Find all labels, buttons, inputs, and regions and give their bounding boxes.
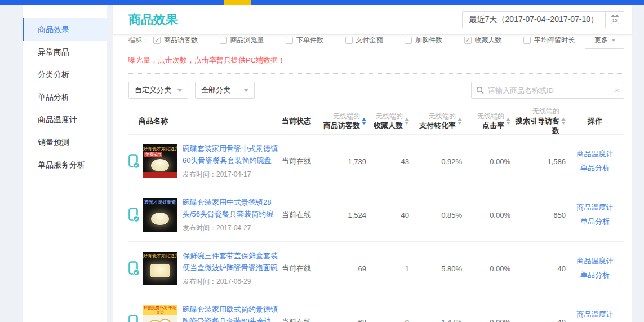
pay-conversion-value: 0.85%	[409, 211, 462, 219]
action-analysis-link[interactable]: 单品分析	[566, 268, 624, 283]
checkbox-icon	[345, 37, 353, 44]
status-text: 当前在线	[282, 210, 316, 220]
product-image[interactable]: 好骨瓷才如此透光 免费试用	[143, 144, 177, 178]
product-image[interactable]: 好骨瓷才如此透光	[143, 252, 177, 285]
mobile-check-icon	[128, 154, 140, 169]
chevron-down-icon	[611, 39, 616, 42]
sidebar-item-sales-forecast[interactable]: 销量预测	[23, 131, 107, 153]
sort-icon[interactable]	[458, 118, 462, 125]
sort-icon[interactable]	[362, 118, 366, 125]
click-rate-value: 0.00%	[462, 157, 510, 166]
column-subtitle: 无线端的	[477, 112, 504, 121]
metric-checkbox-order-items[interactable]: 下单件数	[286, 36, 323, 45]
calendar-day: 15	[611, 16, 619, 24]
column-header-visitors: 无线端的商品访客数	[316, 112, 366, 131]
table-row: 好骨瓷才如此透光 免费试用 碗碟套装家用骨瓷中式景德镇60头骨瓷餐具套装简约碗盘…	[128, 135, 624, 188]
column-subtitle: 无线端的	[429, 112, 456, 121]
metric-checkbox-product-visitors[interactable]: 商品访客数	[153, 36, 198, 45]
favorites-value: 0	[366, 318, 409, 322]
metric-checkbox-avg-stay-time[interactable]: 平均停留时长	[523, 36, 575, 45]
action-analysis-link[interactable]: 单品分析	[566, 161, 624, 175]
product-name-link[interactable]: 碗碟套装家用欧式简约景德镇陶瓷骨瓷餐具套装60头金边	[183, 304, 282, 322]
product-image[interactable]: 碎损免费补发 手绘金边	[143, 305, 177, 322]
column-header-click-rate: 无线端的点击率	[462, 112, 510, 131]
metric-checkbox-cart-adds[interactable]: 加购件数	[405, 36, 442, 45]
action-thermometer-link[interactable]: 商品温度计	[566, 254, 624, 268]
sort-icon[interactable]	[405, 118, 409, 125]
publish-date: 发布时间：2017-06-29	[183, 277, 282, 286]
metric-label: 收藏人数	[475, 36, 502, 45]
metric-label: 下单件数	[296, 36, 323, 45]
chevron-down-icon	[177, 89, 182, 92]
column-header-status: 当前状态	[282, 116, 316, 126]
metric-checkbox-product-views[interactable]: 商品浏览量	[220, 36, 264, 45]
action-thermometer-link[interactable]: 商品温度计	[566, 308, 624, 322]
table-header-row: 商品名称 当前状态 无线端的商品访客数 无线端的收藏人数 无	[128, 108, 624, 135]
favorites-value: 43	[366, 157, 409, 166]
action-thermometer-link[interactable]: 商品温度计	[566, 147, 624, 161]
column-title: 商品访客数	[323, 121, 360, 131]
sidebar-item-single-item-analysis[interactable]: 单品分析	[23, 86, 107, 108]
favorites-value: 1	[366, 264, 409, 273]
more-label: 更多	[594, 36, 608, 45]
checkbox-icon	[405, 37, 412, 44]
image-tag: 免费试用	[144, 152, 162, 157]
metric-label: 商品访客数	[164, 36, 198, 45]
column-header-search-visitors: 无线端的搜索引导访客数	[510, 107, 566, 135]
sidebar-item-abnormal-products[interactable]: 异常商品	[23, 41, 107, 63]
action-thermometer-link[interactable]: 商品温度计	[566, 201, 624, 215]
sidebar-item-product-effect[interactable]: 商品效果	[23, 18, 107, 41]
search-visitors-value: 1,586	[510, 157, 566, 166]
metric-checkbox-favorites[interactable]: 收藏人数	[464, 36, 502, 45]
column-subtitle: 无线端的	[376, 112, 403, 121]
checkbox-icon	[220, 37, 227, 44]
main-panel: 商品效果 最近7天（2017-07-04~2017-07-10） 15 指标： …	[113, 5, 632, 322]
main-content: 指标： 商品访客数 商品浏览量 下单件数 支付金额	[113, 35, 632, 322]
filter-row: 自定义分类 全部分类 ×	[128, 82, 624, 99]
sort-icon[interactable]	[506, 118, 510, 125]
column-title: 点击率	[482, 121, 504, 131]
product-image[interactable]: 透光才是好骨瓷	[143, 198, 177, 232]
metric-checkbox-payment-amount[interactable]: 支付金额	[345, 36, 383, 45]
mobile-check-icon	[128, 208, 140, 223]
metrics-row: 指标： 商品访客数 商品浏览量 下单件数 支付金额	[128, 35, 624, 51]
clear-search-icon[interactable]: ×	[611, 86, 619, 95]
more-metrics-button[interactable]: 更多	[585, 35, 624, 49]
search-input[interactable]	[488, 86, 611, 95]
sidebar-item-category-analysis[interactable]: 分类分析	[23, 63, 107, 86]
visitors-value: 1,739	[316, 157, 366, 166]
product-name-link[interactable]: 碗碟套装家用骨瓷中式景德镇60头骨瓷餐具套装简约碗盘	[183, 143, 282, 166]
checkbox-checked-icon	[153, 37, 161, 44]
column-header-favorites: 无线端的收藏人数	[366, 112, 409, 131]
sort-icon[interactable]	[561, 118, 566, 125]
product-name-link[interactable]: 碗碟套装家用中式景德镇28头/56头骨瓷餐具套装简约碗	[183, 197, 282, 219]
image-caption: 透光才是好骨瓷	[143, 199, 177, 205]
metric-label: 商品浏览量	[230, 36, 264, 45]
column-subtitle: 无线端的	[333, 112, 360, 121]
plate-graphic	[159, 319, 171, 322]
custom-category-select[interactable]: 自定义分类	[128, 82, 188, 99]
all-category-select[interactable]: 全部分类	[195, 82, 255, 99]
pay-conversion-value: 5.80%	[409, 264, 462, 273]
visitors-value: 68	[316, 318, 366, 322]
publish-date: 发布时间：2017-04-27	[183, 223, 282, 233]
dotted-divider	[128, 73, 624, 74]
status-text: 当前在线	[282, 263, 316, 274]
product-table: 商品名称 当前状态 无线端的商品访客数 无线端的收藏人数 无	[128, 108, 624, 322]
checkbox-icon	[523, 37, 531, 44]
product-name-link[interactable]: 保鲜碗三件套带盖保鲜盒套装便当盒微波炉陶瓷骨瓷泡面碗	[183, 250, 282, 273]
metric-label: 平均停留时长	[534, 36, 575, 45]
click-rate-value: 0.00%	[462, 318, 510, 322]
action-analysis-link[interactable]: 单品分析	[566, 215, 624, 229]
page-title: 商品效果	[128, 11, 178, 28]
column-title: 支付转化率	[419, 121, 456, 131]
column-subtitle: 无线端的	[532, 107, 559, 116]
sidebar-item-single-item-service[interactable]: 单品服务分析	[23, 153, 107, 176]
status-text: 当前在线	[282, 156, 316, 166]
calendar-icon[interactable]: 15	[606, 15, 624, 24]
top-accent-highlight	[224, 0, 251, 5]
sidebar-item-product-thermometer[interactable]: 商品温度计	[23, 108, 107, 131]
date-range-picker[interactable]: 最近7天（2017-07-04~2017-07-10） 15	[462, 11, 624, 28]
search-icon	[476, 86, 484, 94]
metric-label: 加购件数	[415, 36, 442, 45]
